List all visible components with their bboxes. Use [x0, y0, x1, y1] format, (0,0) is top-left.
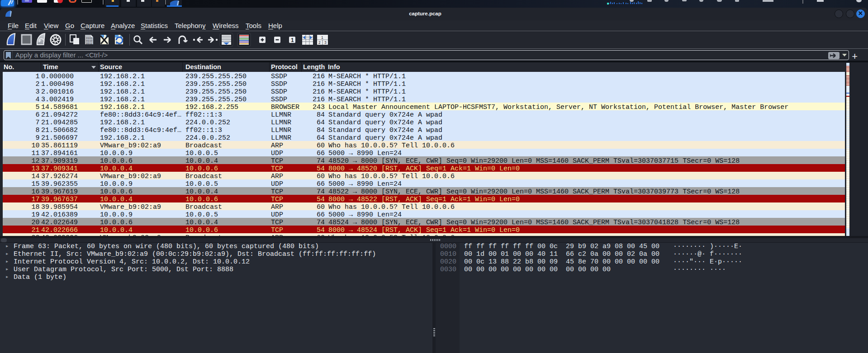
- svg-text:3: 3: [324, 40, 327, 45]
- svg-text:1: 1: [291, 37, 294, 43]
- svg-text:0011: 0011: [86, 42, 93, 45]
- svg-text:2: 2: [318, 40, 321, 45]
- svg-text:1: 1: [321, 35, 323, 40]
